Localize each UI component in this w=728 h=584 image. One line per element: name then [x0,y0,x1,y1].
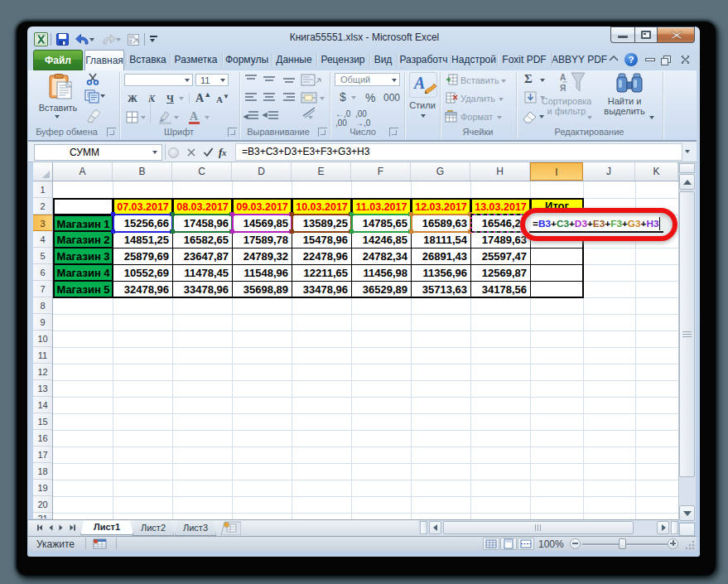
svg-text:Я: Я [560,84,566,93]
svg-text:А: А [560,73,566,82]
